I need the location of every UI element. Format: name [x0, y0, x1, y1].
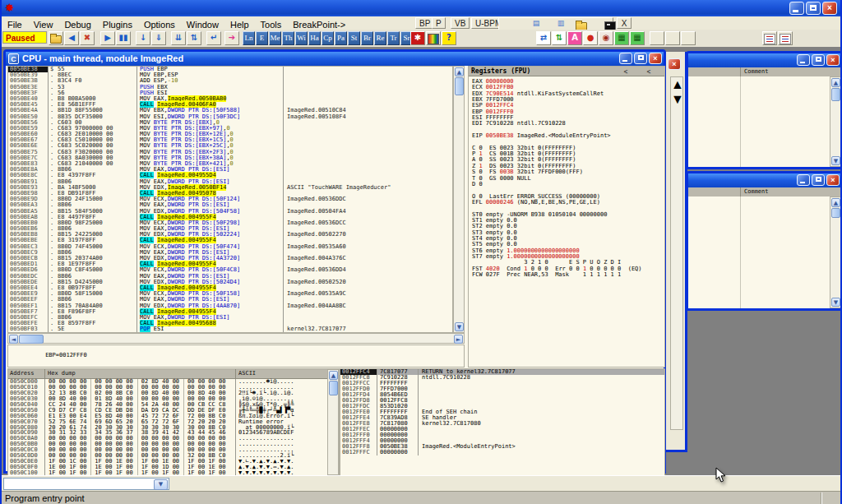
- scroll-down-icon[interactable]: ▼: [831, 156, 840, 165]
- window-titlebar[interactable]: ×: [688, 53, 841, 67]
- go-to-address-button[interactable]: ➔: [224, 31, 239, 45]
- chevron-down-icon[interactable]: ▼: [154, 479, 168, 490]
- disasm-row[interactable]: 0050BEC3.8B0D 74F45000MOV ECX,DWORD PTR …: [8, 244, 452, 250]
- empty-button[interactable]: [650, 31, 664, 45]
- disasm-row[interactable]: 0050BE3B.83C4 F0ADD ESP,-10: [8, 78, 452, 84]
- pane-button-st[interactable]: St: [348, 31, 360, 45]
- empty-button[interactable]: [681, 31, 696, 45]
- breakpoint-dot-button[interactable]: ●: [583, 31, 598, 45]
- disasm-row[interactable]: 0050BED6.8B0D C8F45000MOV ECX,DWORD PTR …: [8, 267, 452, 273]
- dump-vscrollbar[interactable]: ▲: [327, 369, 339, 475]
- empty-button[interactable]: [665, 31, 680, 45]
- close-button[interactable]: ×: [668, 58, 681, 70]
- scroll-up-icon[interactable]: ▲: [831, 78, 840, 87]
- disasm-row[interactable]: 0050BF03.5EPOP ESIkernel32.7C817077: [8, 326, 452, 332]
- main-titlebar[interactable]: ✸ ×: [2, 0, 840, 16]
- comment-vscrollbar[interactable]: ▲ ▼: [830, 76, 841, 167]
- comment-list[interactable]: [688, 76, 830, 167]
- scroll-down-icon[interactable]: ▼: [455, 322, 464, 331]
- pane-button-ln[interactable]: Ln: [243, 31, 255, 45]
- minimize-button[interactable]: [619, 53, 632, 64]
- pane-button-tr[interactable]: Tr: [387, 31, 400, 45]
- maximize-button[interactable]: [812, 54, 825, 66]
- scrollbar[interactable]: ▲ ▼: [670, 76, 683, 430]
- register-line[interactable]: FCW 027F Prec NEAR,53 Mask 1 1 1 1 1 1: [472, 272, 664, 278]
- disassembly-pane[interactable]: 0050BE38$55PUSH EBP0050BE39.8BECMOV EBP,…: [7, 66, 453, 333]
- disasm-row[interactable]: 0050BEE9.8B0D 58F15000MOV ECX,DWORD PTR …: [8, 291, 452, 297]
- scroll-up-icon[interactable]: ▲: [329, 371, 338, 380]
- pane-button-th[interactable]: Th: [282, 31, 294, 45]
- stack-row[interactable]: 0012FFFC00000000: [340, 450, 664, 455]
- debug-options-gear-button[interactable]: ✱: [410, 31, 425, 45]
- swap-arrows-button[interactable]: ⇄: [536, 31, 551, 45]
- register-line[interactable]: EFL 00000246 (NO,NB,E,BE,NS,PE,GE,LE): [472, 200, 664, 206]
- minimize-button[interactable]: [797, 174, 810, 186]
- pane-button-pa[interactable]: Pa: [335, 31, 347, 45]
- maximize-button[interactable]: [806, 2, 821, 15]
- open-file-button[interactable]: [49, 31, 63, 45]
- close-program-button[interactable]: ✖: [80, 31, 95, 45]
- pane-button-me[interactable]: Me: [269, 31, 281, 45]
- restart-button[interactable]: ◀: [64, 31, 79, 45]
- menu-button-p[interactable]: P: [432, 17, 446, 29]
- disasm-row[interactable]: 0050BEB0.8B0D 98F25000MOV ECX,DWORD PTR …: [8, 220, 452, 226]
- patch-grid-button[interactable]: ▦: [630, 31, 645, 45]
- disasm-row[interactable]: 0050BE8C.E8 4397F8FFCALL ImageRed.004955…: [8, 173, 452, 178]
- close-button[interactable]: ×: [826, 54, 840, 66]
- step-over-button[interactable]: ⇓: [151, 31, 166, 45]
- pause-button[interactable]: ▮▮: [116, 31, 131, 45]
- close-button[interactable]: ×: [826, 174, 840, 186]
- register-line[interactable]: EDI 7C910228 ntdll.7C910228: [472, 121, 664, 127]
- close-button[interactable]: ×: [649, 53, 662, 64]
- scroll-down-icon[interactable]: ▼: [831, 298, 840, 307]
- registers-prev-page-button[interactable]: <: [617, 67, 635, 76]
- pane-button-ha[interactable]: Ha: [308, 31, 321, 45]
- comment-list[interactable]: [688, 197, 830, 308]
- execute-till-return-button[interactable]: ↵: [206, 31, 221, 45]
- disasm-row[interactable]: 0050BEFE.E8 8597F8FFCALL ImageRed.004956…: [8, 321, 452, 326]
- scroll-up-icon[interactable]: ▲: [831, 198, 840, 207]
- log-list-button[interactable]: [778, 31, 793, 45]
- help-button[interactable]: ?: [442, 31, 456, 45]
- hex-dump-pane[interactable]: Address Hex dump ASCII 0050C00000 00 00 …: [7, 368, 340, 476]
- log-list-button[interactable]: [762, 31, 777, 45]
- pane-button-re[interactable]: Re: [374, 31, 386, 45]
- maximize-button[interactable]: [634, 53, 647, 64]
- scroll-right-icon[interactable]: ►: [454, 335, 463, 344]
- info-pane[interactable]: EBP=0012FFF0: [7, 344, 465, 368]
- register-line[interactable]: T 0 GS 0000 NULL: [472, 176, 664, 182]
- memory-map-button[interactable]: ▦: [614, 31, 629, 45]
- pane-button-e[interactable]: E: [256, 31, 268, 45]
- scroll-left-icon[interactable]: ◄: [9, 335, 18, 344]
- register-line[interactable]: D 0: [472, 182, 664, 187]
- registers-pane[interactable]: Registers (FPU) < < EAX 00000000ECX 0012…: [468, 66, 665, 368]
- window-titlebar[interactable]: ×: [688, 173, 841, 187]
- comment-vscrollbar[interactable]: ▲ ▼: [830, 197, 841, 308]
- updown-arrows-button[interactable]: ⇅: [552, 31, 567, 45]
- cpu-window-titlebar[interactable]: C CPU - main thread, module ImageRed ×: [6, 52, 664, 66]
- disasm-row[interactable]: 0050BE3E.53PUSH EBX: [8, 85, 452, 90]
- pane-button-wi[interactable]: Wi: [295, 31, 308, 45]
- animate-over-button[interactable]: ⇅: [187, 31, 201, 45]
- minimize-button[interactable]: [797, 54, 810, 66]
- command-combobox[interactable]: ▼: [3, 478, 169, 490]
- disasm-row[interactable]: 0050BEF7.E8 F896F8FFCALL ImageRed.004955…: [8, 309, 452, 315]
- registers-next-page-button[interactable]: <: [640, 67, 658, 76]
- disassembly-vscrollbar[interactable]: ▲ ▼: [453, 66, 465, 333]
- scroll-down-icon[interactable]: ▼: [671, 92, 684, 106]
- close-button[interactable]: ×: [822, 2, 837, 15]
- scroll-up-icon[interactable]: ▲: [455, 67, 464, 76]
- minimize-button[interactable]: [789, 2, 804, 15]
- spiral-plugin-button[interactable]: ◉: [599, 31, 613, 45]
- disasm-row[interactable]: 0050BE9D.8B0D 24F15000MOV ECX,DWORD PTR …: [8, 197, 452, 202]
- animate-into-button[interactable]: ⇊: [171, 31, 186, 45]
- disasm-row[interactable]: 0050BE38$55PUSH EBP: [8, 67, 452, 72]
- maximize-button[interactable]: [812, 174, 825, 186]
- disasm-row[interactable]: 0050BE83.C683 21040000 00MOV BYTE PTR DS…: [8, 161, 452, 167]
- step-into-button[interactable]: ↓: [136, 31, 150, 45]
- analyze-a-button[interactable]: A: [567, 31, 582, 45]
- disassembly-hscrollbar[interactable]: ◄ ►: [7, 333, 465, 344]
- scroll-up-icon[interactable]: ▲: [671, 77, 684, 91]
- menu-button-vb[interactable]: VB: [451, 17, 470, 29]
- pane-button-br[interactable]: Br: [361, 31, 373, 45]
